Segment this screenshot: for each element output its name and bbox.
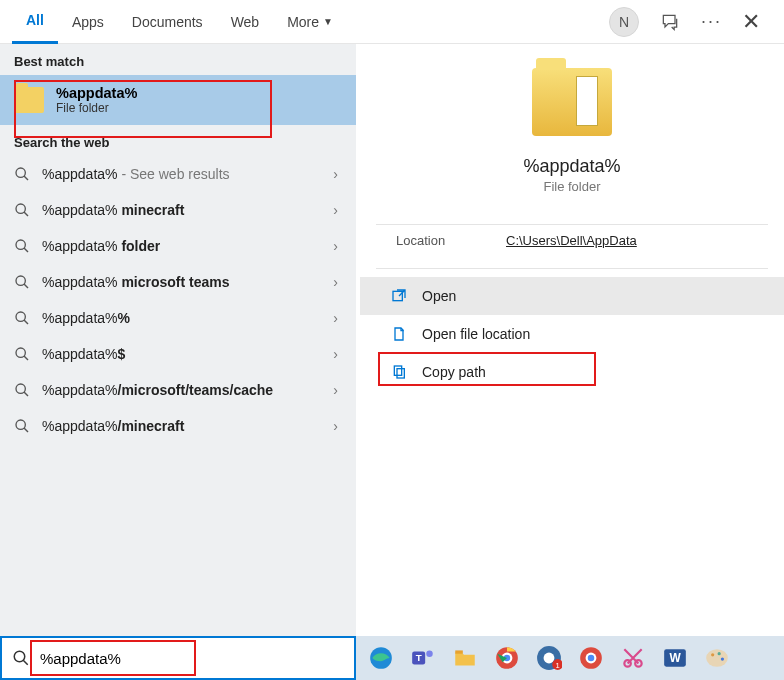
svg-point-0 [16,168,25,177]
divider [376,268,768,269]
svg-text:1: 1 [556,661,560,670]
location-row: Location C:\Users\Dell\AppData [360,233,784,268]
web-result-text: %appdata%% [42,310,130,326]
svg-point-12 [16,384,25,393]
web-result-text: %appdata%/minecraft [42,418,184,434]
preview-title: %appdata% [523,156,620,177]
web-result-item[interactable]: %appdata%$› [0,336,356,372]
svg-line-9 [24,320,28,324]
search-query: %appdata% [40,650,121,667]
tab-apps[interactable]: Apps [58,0,118,44]
svg-point-6 [16,276,25,285]
taskbar-chrome-icon[interactable] [490,641,524,675]
action-copy-path-label: Copy path [422,364,486,380]
best-match-row[interactable]: %appdata% File folder [0,75,356,125]
top-tab-bar: All Apps Documents Web More▼ N ··· ✕ [0,0,784,44]
avatar[interactable]: N [609,7,639,37]
taskbar: T 1 W [356,636,784,680]
close-icon[interactable]: ✕ [742,9,760,35]
taskbar-explorer-icon[interactable] [448,641,482,675]
tab-documents[interactable]: Documents [118,0,217,44]
web-result-text: %appdata%/microsoft/teams/cache [42,382,273,398]
web-result-item[interactable]: %appdata% microsoft teams› [0,264,356,300]
svg-line-7 [24,284,28,288]
svg-text:T: T [416,652,422,663]
taskbar-word-icon[interactable]: W [658,641,692,675]
svg-rect-25 [455,650,463,653]
avatar-initial: N [619,14,629,30]
web-result-item[interactable]: %appdata% - See web results› [0,156,356,192]
more-options-icon[interactable]: ··· [701,11,722,32]
web-results-list: %appdata% - See web results›%appdata% mi… [0,156,356,444]
action-open[interactable]: Open [360,277,784,315]
action-open-location[interactable]: Open file location [360,315,784,353]
chevron-down-icon: ▼ [323,16,333,27]
svg-line-13 [24,392,28,396]
preview-panel: %appdata% File folder Location C:\Users\… [356,44,784,636]
action-copy-path[interactable]: Copy path [360,353,784,391]
web-result-text: %appdata% microsoft teams [42,274,230,290]
svg-point-19 [14,651,25,662]
svg-point-41 [711,653,714,656]
svg-point-4 [16,240,25,249]
svg-line-15 [24,428,28,432]
chevron-right-icon: › [333,202,338,218]
svg-rect-17 [394,366,401,375]
web-result-item[interactable]: %appdata% folder› [0,228,356,264]
svg-line-11 [24,356,28,360]
svg-point-2 [16,204,25,213]
best-match-subtitle: File folder [56,101,137,115]
svg-point-43 [721,657,724,660]
chevron-right-icon: › [333,238,338,254]
web-result-text: %appdata% - See web results [42,166,230,182]
location-label: Location [396,233,506,248]
folder-large-icon [532,68,612,136]
web-result-text: %appdata% folder [42,238,160,254]
chevron-right-icon: › [333,310,338,326]
search-input[interactable]: %appdata% [0,636,356,680]
divider [376,224,768,225]
search-web-label: Search the web [0,125,356,156]
svg-rect-16 [393,291,402,300]
svg-line-5 [24,248,28,252]
web-result-text: %appdata% minecraft [42,202,184,218]
best-match-title: %appdata% [56,85,137,101]
preview-header: %appdata% File folder [360,68,784,224]
taskbar-paint-icon[interactable] [700,641,734,675]
taskbar-settings-icon[interactable]: 1 [532,641,566,675]
best-match-label: Best match [0,44,356,75]
tab-more[interactable]: More▼ [273,0,347,44]
svg-text:W: W [669,651,681,665]
svg-point-40 [706,649,728,666]
location-value[interactable]: C:\Users\Dell\AppData [506,233,637,248]
preview-subtitle: File folder [543,179,600,194]
feedback-icon[interactable] [659,11,681,33]
svg-line-3 [24,212,28,216]
bottom-bar: %appdata% T 1 W [0,636,784,680]
web-result-item[interactable]: %appdata%/microsoft/teams/cache› [0,372,356,408]
search-icon [12,649,30,667]
taskbar-chrome2-icon[interactable] [574,641,608,675]
svg-line-20 [23,660,28,665]
web-result-text: %appdata%$ [42,346,125,362]
tab-all[interactable]: All [12,0,58,44]
svg-point-8 [16,312,25,321]
taskbar-teams-icon[interactable]: T [406,641,440,675]
chevron-right-icon: › [333,418,338,434]
chevron-right-icon: › [333,166,338,182]
web-result-item[interactable]: %appdata%%› [0,300,356,336]
main-area: Best match %appdata% File folder Search … [0,44,784,636]
chevron-right-icon: › [333,382,338,398]
tab-web[interactable]: Web [217,0,274,44]
tab-more-label: More [287,14,319,30]
tab-documents-label: Documents [132,14,203,30]
svg-point-14 [16,420,25,429]
svg-rect-18 [397,369,404,378]
taskbar-snip-icon[interactable] [616,641,650,675]
web-result-item[interactable]: %appdata%/minecraft› [0,408,356,444]
file-location-icon [390,325,408,343]
taskbar-edge-icon[interactable] [364,641,398,675]
web-result-item[interactable]: %appdata% minecraft› [0,192,356,228]
results-panel: Best match %appdata% File folder Search … [0,44,356,636]
open-icon [390,287,408,305]
